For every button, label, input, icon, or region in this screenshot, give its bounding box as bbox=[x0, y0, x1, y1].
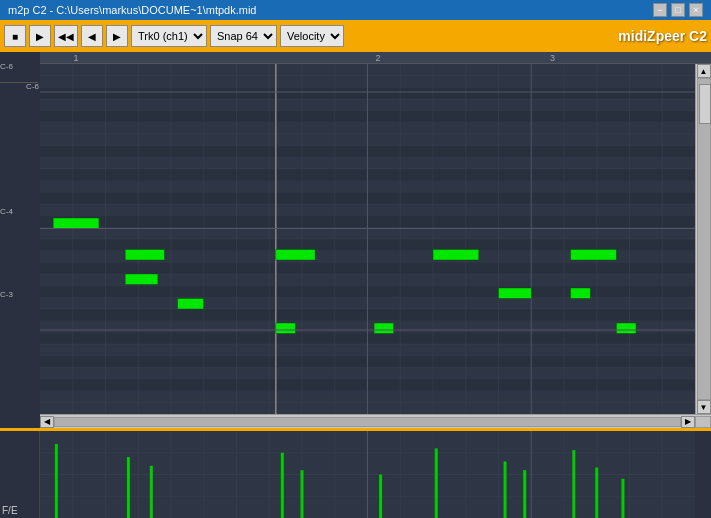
minimize-button[interactable]: − bbox=[653, 3, 667, 17]
play-button[interactable]: ▶ bbox=[29, 25, 51, 47]
measure-3: 3 bbox=[550, 53, 555, 63]
track-select[interactable]: Trk0 (ch1) bbox=[131, 25, 207, 47]
scroll-left-button[interactable]: ◀ bbox=[40, 416, 54, 428]
mode-select[interactable]: Velocity bbox=[280, 25, 344, 47]
svg-rect-64 bbox=[53, 218, 99, 229]
measure-1: 1 bbox=[74, 53, 79, 63]
title-text: m2p C2 - C:\Users\markus\DOCUME~1\mtpdk.… bbox=[8, 4, 256, 16]
back-button[interactable]: ◀ bbox=[81, 25, 103, 47]
maximize-button[interactable]: □ bbox=[671, 3, 685, 17]
svg-rect-74 bbox=[571, 288, 591, 299]
svg-rect-65 bbox=[125, 250, 164, 261]
title-bar-controls: − □ × bbox=[653, 3, 703, 17]
bottom-scrollbar[interactable]: ◀ ▶ bbox=[40, 414, 711, 428]
velocity-scrollbar-spacer bbox=[695, 431, 711, 518]
svg-rect-71 bbox=[433, 250, 479, 261]
grid-area[interactable] bbox=[40, 64, 695, 414]
svg-rect-68 bbox=[178, 299, 204, 310]
velocity-piano-strip: F/E bbox=[0, 431, 40, 518]
scroll-down-button[interactable]: ▼ bbox=[697, 400, 711, 414]
svg-rect-73 bbox=[571, 250, 617, 261]
toolbar: ■ ▶ ◀◀ ◀ ▶ Trk0 (ch1) Snap 64 Velocity m… bbox=[0, 20, 711, 52]
piano-keys: C-6 bbox=[0, 52, 40, 428]
right-scrollbar[interactable]: ▲ ▼ bbox=[695, 64, 711, 414]
measure-2: 2 bbox=[376, 53, 381, 63]
scroll-track-horizontal[interactable] bbox=[54, 417, 681, 427]
title-bar: m2p C2 - C:\Users\markus\DOCUME~1\mtpdk.… bbox=[0, 0, 711, 20]
svg-rect-72 bbox=[499, 288, 532, 299]
scroll-corner bbox=[695, 416, 711, 428]
svg-rect-75 bbox=[616, 323, 636, 334]
svg-rect-67 bbox=[276, 250, 315, 261]
app-title: midiZpeer C2 bbox=[618, 28, 707, 44]
svg-rect-69 bbox=[276, 323, 296, 334]
scroll-right-button[interactable]: ▶ bbox=[681, 416, 695, 428]
close-button[interactable]: × bbox=[689, 3, 703, 17]
measure-bar: 1 2 3 bbox=[40, 52, 711, 64]
c6-label: C-6 bbox=[26, 82, 39, 91]
scroll-track-vertical[interactable] bbox=[697, 78, 711, 400]
svg-rect-66 bbox=[125, 274, 158, 285]
piano-roll-container: C-6 1 2 3 bbox=[0, 52, 711, 428]
velocity-grid[interactable] bbox=[40, 431, 695, 518]
velocity-panel: F/E bbox=[0, 428, 711, 518]
rewind-button[interactable]: ◀◀ bbox=[54, 25, 78, 47]
fe-label: F/E bbox=[2, 505, 18, 516]
svg-rect-70 bbox=[374, 323, 394, 334]
stop-button[interactable]: ■ bbox=[4, 25, 26, 47]
forward-button[interactable]: ▶ bbox=[106, 25, 128, 47]
scroll-up-button[interactable]: ▲ bbox=[697, 64, 711, 78]
scroll-thumb-vertical[interactable] bbox=[699, 84, 711, 124]
snap-select[interactable]: Snap 64 bbox=[210, 25, 277, 47]
main-area: C-6 1 2 3 bbox=[0, 52, 711, 518]
